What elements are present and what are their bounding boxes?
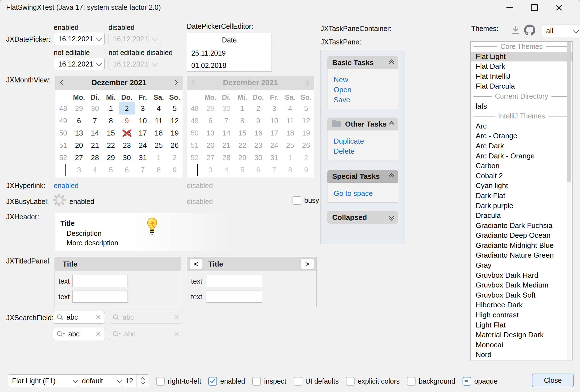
day-cell[interactable]: 9 [119,115,135,127]
table-row[interactable]: 25.11.2019 [187,47,272,59]
close-button[interactable]: Close [532,374,574,387]
spinner-buttons[interactable] [136,375,149,387]
date-value[interactable]: 16.12.2021 [54,33,93,45]
day-cell[interactable]: 5 [167,102,183,115]
checkbox-ui-defaults[interactable]: UI defaults [294,377,339,386]
datepicker-dropdown-button[interactable] [93,58,104,70]
hyperlink-enabled[interactable]: enabled [54,182,79,190]
day-cell[interactable]: 29 [103,151,119,164]
theme-list-item[interactable]: Cobalt 2 [471,171,572,181]
checkbox[interactable] [252,377,261,386]
day-cell[interactable]: 28 [87,151,103,164]
day-cell[interactable]: 2 [167,151,183,164]
day-cell[interactable]: 17 [135,127,151,139]
close-window-button[interactable] [550,0,568,15]
day-cell[interactable]: 4 [87,164,103,176]
task-link[interactable]: Delete [334,146,398,156]
search-text[interactable]: abc [67,313,78,321]
font-combobox[interactable]: default [78,374,126,387]
task-link[interactable]: New [334,75,398,85]
theme-list-item[interactable]: Hiberbee Dark [471,300,572,310]
theme-list-item[interactable]: Light Flat [471,320,572,330]
theme-list-item[interactable]: Material Design Dark [471,330,572,340]
checkbox[interactable] [208,377,217,386]
day-cell[interactable]: 26 [167,139,183,151]
themes-filter-combobox[interactable]: all [542,25,580,37]
checkbox-opaque[interactable]: opaque [463,377,498,386]
day-cell[interactable]: 24 [135,139,151,151]
day-cell[interactable]: 16 [119,127,135,139]
checkbox-inspect[interactable]: inspect [252,377,286,386]
prev-button[interactable]: < [189,258,203,270]
day-cell[interactable]: 29 [71,102,87,115]
theme-list-item[interactable]: Gradianto Dark Fuchsia [471,221,572,231]
theme-list-item[interactable]: Cyan light [471,181,572,191]
theme-list-item[interactable]: Monocai [471,340,572,350]
next-button[interactable]: > [301,258,314,270]
text-input[interactable] [72,275,128,287]
day-cell[interactable]: 1 [151,151,167,164]
day-cell[interactable]: 31 [135,151,151,164]
taskpane-titlebar[interactable]: Basic Tasks [327,56,398,69]
day-cell[interactable]: 7 [87,115,103,127]
checkbox[interactable] [294,377,302,386]
theme-list-item[interactable]: Gradianto Midnight Blue [471,241,572,251]
day-cell[interactable]: 6 [71,115,87,127]
day-cell[interactable]: 2 [119,102,135,115]
checkbox-enabled[interactable]: enabled [208,377,245,386]
datepicker-enabled[interactable]: 16.12.2021 [54,33,105,45]
day-cell[interactable]: 8 [103,115,119,127]
day-cell[interactable]: 13 [71,127,87,139]
checkbox-explicit-colors[interactable]: explicit colors [346,377,400,386]
github-icon[interactable] [524,25,535,36]
busy-checkbox-group[interactable]: busy [293,196,319,205]
theme-list-item[interactable]: Arc - Orange [471,131,572,141]
datepicker-not-editable[interactable]: 16.12.2021 [54,58,105,70]
next-month-button[interactable] [173,80,177,85]
day-cell[interactable]: 18 [151,127,167,139]
day-cell[interactable]: 3 [71,164,87,176]
expand-icon[interactable] [390,215,393,220]
day-cell[interactable]: 14 [87,127,103,139]
day-cell[interactable]: 3 [135,102,151,115]
day-cell[interactable]: 30 [119,151,135,164]
collapse-icon[interactable] [390,122,393,127]
theme-list-item[interactable]: Flat Darcula [471,81,572,91]
theme-list-item[interactable]: Gray [471,260,572,270]
theme-list-item[interactable]: Arc Dark [471,141,572,151]
theme-list-item[interactable]: Flat IntelliJ [471,72,572,82]
day-cell[interactable]: 15 [103,127,119,139]
datepicker-dropdown-button[interactable] [93,33,104,45]
taskpane-titlebar[interactable]: Collapsed [327,211,398,224]
theme-list-item[interactable]: High contrast [471,310,572,320]
task-link[interactable]: Duplicate [334,136,398,146]
theme-list-item[interactable]: Gradianto Deep Ocean [471,231,572,241]
table-row[interactable]: 01.02.2018 [187,59,272,72]
day-cell[interactable]: 22 [103,139,119,151]
text-input[interactable] [206,291,262,303]
day-cell[interactable]: 8 [151,164,167,176]
day-cell[interactable]: 19 [167,127,183,139]
text-input[interactable] [72,291,128,303]
taskpane-titlebar[interactable]: Other Tasks [327,118,398,130]
clear-search-icon[interactable]: ✕ [95,330,101,338]
taskpane-titlebar[interactable]: Special Tasks [327,170,398,183]
theme-list-item[interactable]: Gruvbox Dark Medium [471,280,572,290]
themes-scrollbar[interactable] [567,42,571,359]
theme-list-item[interactable]: Flat Dark [471,61,572,72]
day-cell[interactable]: 1 [103,102,119,115]
table-header-date[interactable]: Date [187,33,272,47]
theme-list-item[interactable]: Flat Light [471,52,572,62]
day-cell[interactable]: 5 [103,164,119,176]
day-cell[interactable]: 11 [151,115,167,127]
checkbox-background[interactable]: background [407,377,455,386]
theme-list-item[interactable]: Dark Flat [471,191,572,201]
checkbox[interactable] [407,377,416,386]
scrollbar-thumb[interactable] [567,42,571,182]
day-cell[interactable]: 21 [87,139,103,151]
busy-checkbox[interactable] [293,196,301,205]
day-cell[interactable]: 20 [71,139,87,151]
font-size-value[interactable]: 12 [122,375,136,387]
text-input[interactable] [206,275,262,287]
theme-list-item[interactable]: Arc [471,121,572,131]
